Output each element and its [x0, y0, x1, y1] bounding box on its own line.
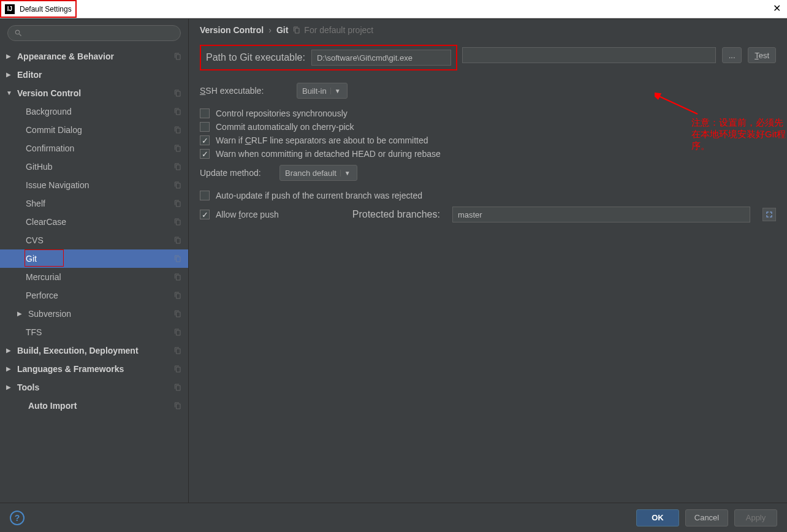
copy-icon	[173, 365, 182, 373]
tree-label: CVS	[26, 231, 173, 249]
sidebar-item-confirmation[interactable]: Confirmation	[0, 139, 188, 158]
tree-label: Confirmation	[26, 139, 173, 158]
copy-icon	[173, 273, 182, 281]
copy-icon	[293, 26, 300, 34]
expand-button[interactable]	[762, 208, 776, 221]
sidebar-item-background[interactable]: Background	[0, 102, 188, 121]
tree-label: Auto Import	[28, 397, 173, 415]
sidebar-item-auto-import[interactable]: Auto Import	[0, 397, 188, 415]
copy-icon	[173, 254, 182, 263]
tree-label: Issue Navigation	[26, 176, 173, 194]
browse-button[interactable]: ...	[722, 47, 742, 63]
protected-input[interactable]	[452, 207, 750, 222]
sidebar-item-version-control[interactable]: Version Control	[0, 84, 188, 102]
update-label: Update method:	[200, 168, 273, 178]
tree-label: Tools	[17, 378, 173, 397]
chk-control-repos[interactable]: Control repositories synchronously	[200, 108, 776, 118]
sidebar-item-git[interactable]: Git	[0, 249, 188, 268]
titlebar-highlight: IJ Default Settings	[0, 0, 77, 18]
ssh-label: SSH executable:	[200, 86, 291, 96]
chevron-down-icon: ▼	[340, 170, 354, 177]
copy-icon	[173, 89, 182, 97]
help-button[interactable]: ?	[10, 511, 25, 525]
chevron-icon	[6, 341, 13, 360]
tree-label: Commit Dialog	[26, 121, 173, 139]
chevron-icon	[6, 66, 13, 84]
tree-label: Subversion	[28, 305, 173, 323]
copy-icon	[173, 401, 182, 410]
expand-icon	[766, 211, 773, 218]
breadcrumb: Version Control › Git For default projec…	[200, 25, 776, 35]
sidebar-item-commit-dialog[interactable]: Commit Dialog	[0, 121, 188, 139]
sidebar-item-tools[interactable]: Tools	[0, 378, 188, 397]
sidebar-item-cvs[interactable]: CVS	[0, 231, 188, 249]
ssh-row: SSH executable: Built-in▼	[200, 83, 776, 99]
sidebar-item-appearance-behavior[interactable]: Appearance & Behavior	[0, 47, 188, 66]
copy-icon	[173, 199, 182, 208]
search-input[interactable]	[7, 25, 181, 41]
chk-force-push[interactable]: Allow force push	[200, 210, 279, 219]
chevron-down-icon: ▼	[330, 88, 344, 94]
chk-detached[interactable]: Warn when committing in detached HEAD or…	[200, 149, 776, 159]
sidebar-item-shelf[interactable]: Shelf	[0, 194, 188, 213]
chevron-icon	[6, 360, 13, 378]
sidebar-item-issue-navigation[interactable]: Issue Navigation	[0, 176, 188, 194]
chk-auto-update[interactable]: Auto-update if push of the current branc…	[200, 191, 776, 200]
chk-cherry-pick[interactable]: Commit automatically on cherry-pick	[200, 122, 776, 132]
annotation-text: 注意：设置前，必须先在本地环境安装好Git程序。	[691, 117, 787, 152]
ok-button[interactable]: OK	[636, 509, 679, 526]
apply-button[interactable]: Apply	[734, 509, 777, 526]
tree-label: Editor	[17, 66, 182, 84]
tree-label: Build, Execution, Deployment	[17, 341, 173, 360]
sidebar-item-tfs[interactable]: TFS	[0, 323, 188, 341]
sidebar-item-languages-frameworks[interactable]: Languages & Frameworks	[0, 360, 188, 378]
app-icon: IJ	[5, 4, 15, 14]
sidebar-item-subversion[interactable]: Subversion	[0, 305, 188, 323]
tree-label: Mercurial	[26, 268, 173, 286]
test-button[interactable]: Test	[748, 47, 776, 63]
copy-icon	[173, 218, 182, 226]
force-push-row: Allow force push Protected branches:	[200, 207, 776, 222]
chevron-icon	[17, 305, 25, 323]
copy-icon	[173, 291, 182, 300]
update-combo[interactable]: Branch default▼	[279, 165, 357, 181]
sidebar-item-perforce[interactable]: Perforce	[0, 286, 188, 305]
content-panel: Version Control › Git For default projec…	[189, 19, 787, 514]
tree-label: Appearance & Behavior	[17, 47, 173, 66]
sidebar-item-github[interactable]: GitHub	[0, 158, 188, 176]
tree-label: GitHub	[26, 158, 173, 176]
copy-icon	[173, 181, 182, 189]
breadcrumb-hint: For default project	[293, 25, 373, 35]
git-path-full[interactable]	[462, 47, 716, 63]
copy-icon	[173, 236, 182, 245]
tree-label: Perforce	[26, 286, 173, 305]
sidebar-item-clearcase[interactable]: ClearCase	[0, 213, 188, 231]
tree-label: Shelf	[26, 194, 173, 213]
sidebar: Appearance & BehaviorEditorVersion Contr…	[0, 19, 189, 514]
close-icon[interactable]: ✕	[773, 2, 781, 14]
chevron-icon	[6, 84, 13, 102]
main-body: Appearance & BehaviorEditorVersion Contr…	[0, 18, 787, 514]
copy-icon	[173, 144, 182, 153]
copy-icon	[173, 126, 182, 134]
tree-label: Git	[26, 249, 173, 268]
ssh-combo[interactable]: Built-in▼	[297, 83, 348, 99]
chk-crlf[interactable]: Warn if CRLF line separators are about t…	[200, 135, 776, 145]
breadcrumb-a: Version Control	[200, 25, 264, 35]
sidebar-item-build-execution-deployment[interactable]: Build, Execution, Deployment	[0, 341, 188, 360]
copy-icon	[173, 346, 182, 355]
copy-icon	[173, 328, 182, 336]
window-title: Default Settings	[20, 5, 72, 13]
breadcrumb-b: Git	[276, 25, 288, 35]
tree-label: ClearCase	[26, 213, 173, 231]
sidebar-item-mercurial[interactable]: Mercurial	[0, 268, 188, 286]
update-row: Update method: Branch default▼	[200, 165, 776, 181]
tree-label: Languages & Frameworks	[17, 360, 173, 378]
search-icon	[14, 29, 23, 37]
sidebar-item-editor[interactable]: Editor	[0, 66, 188, 84]
chevron-icon	[6, 378, 13, 397]
breadcrumb-sep: ›	[268, 25, 272, 35]
cancel-button[interactable]: Cancel	[685, 509, 728, 526]
tree-label: Version Control	[17, 84, 173, 102]
titlebar: IJ Default Settings ✕	[0, 0, 787, 18]
